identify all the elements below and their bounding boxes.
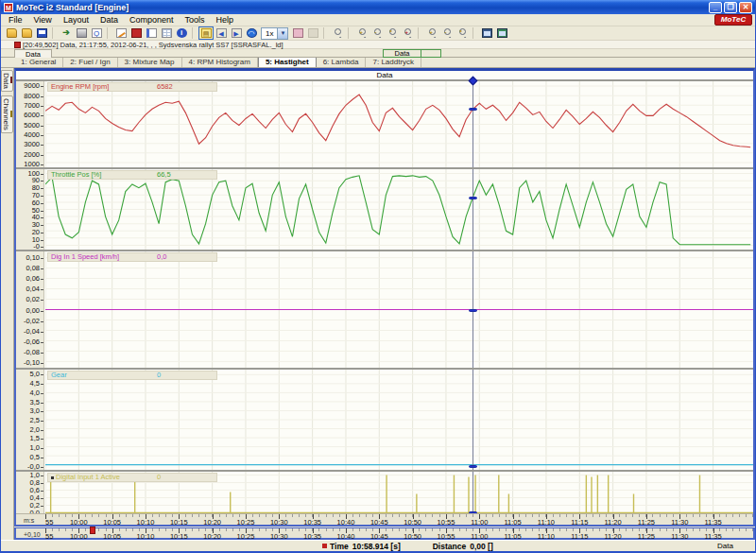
zoom-cursor-in-icon[interactable]: + <box>424 26 439 40</box>
menu-file[interactable]: File <box>3 15 28 25</box>
worksheet-icon[interactable] <box>144 26 159 40</box>
file-bar[interactable]: [20:49,502] Data, 21:17:55, 2012-06-21, … <box>1 41 755 49</box>
channel-name: Gear <box>51 372 67 379</box>
full-screen-icon-glyph <box>482 28 492 38</box>
video-screen-icon[interactable] <box>494 26 509 40</box>
zoom-cursor-full-icon[interactable]: * <box>455 26 470 40</box>
zoom-cursor-out-icon[interactable]: - <box>439 26 455 40</box>
close-button[interactable]: ✕ <box>739 2 752 13</box>
channel-strip-1[interactable]: Engine RPM [rpm]6582 <box>47 82 217 92</box>
mag-badge: + <box>429 28 433 37</box>
channel-strip-2[interactable]: Throttle Pos [%]66,5 <box>47 170 217 180</box>
y-axis-4: 5,04,54,03,53,02,52,01,51,00,5-0,0 <box>16 370 44 470</box>
values-table-icon[interactable] <box>159 26 174 40</box>
chart-column: Data 90008000700060005000400030002000100… <box>14 68 755 540</box>
graph-component[interactable]: Data 90008000700060005000400030002000100… <box>14 68 755 527</box>
zoom-red-icon-glyph: + <box>403 28 413 38</box>
print-icon[interactable] <box>74 26 89 40</box>
tab-3[interactable]: 3: Mixture Map <box>118 57 182 67</box>
edit-properties-icon[interactable] <box>113 26 129 40</box>
time-tick-label: 55 <box>45 518 53 527</box>
time-bar-component[interactable]: +0,10 5510:0010:0510:1010:1510:2010:2510… <box>14 527 755 540</box>
tab-2[interactable]: 2: Fuel / Ign <box>63 57 117 67</box>
web-icon[interactable]: ◠ <box>244 26 259 40</box>
zoom-in-time-icon[interactable]: + <box>354 26 369 40</box>
save-icon[interactable] <box>34 26 49 40</box>
prev-section-icon-glyph: ◀ <box>216 28 227 38</box>
zoom-out-time-icon-glyph: - <box>372 28 383 38</box>
tick-label: -0,04 <box>24 328 40 336</box>
minimize-button[interactable]: _ <box>709 2 722 13</box>
channel-strip-3[interactable]: Dig In 1 Speed [km/h]0,0 <box>47 252 217 262</box>
prev-section-icon[interactable]: ◀ <box>214 26 229 40</box>
tab-6[interactable]: 6: Lambda <box>317 57 367 67</box>
add-comment-icon[interactable]: ▤ <box>198 26 214 40</box>
time-cursor[interactable] <box>472 472 473 516</box>
tick-mark <box>41 467 43 468</box>
open-folder-icon-glyph <box>22 28 32 38</box>
lap-marker-icon <box>90 527 95 534</box>
mag-badge: * <box>389 28 391 37</box>
zoom-cursor-out-icon-glyph: - <box>442 28 453 38</box>
tick-label: -0,08 <box>24 349 40 356</box>
y-axis-3: 0,100,080,060,040,020,00-0,02-0,04-0,06-… <box>16 251 44 368</box>
open-file-icon[interactable] <box>4 26 19 40</box>
zoom-out-icon[interactable] <box>330 26 345 40</box>
zoom-out-time-icon[interactable]: - <box>369 26 385 40</box>
sep4 <box>323 27 328 39</box>
open-folder-icon[interactable] <box>19 26 34 40</box>
time-tick-label: 11:15 <box>571 518 588 527</box>
tick-mark <box>41 258 43 259</box>
tab-7[interactable]: 7: Laddtryck <box>366 57 421 67</box>
tick-mark <box>41 403 43 404</box>
workbook-selector[interactable]: Data <box>383 49 441 58</box>
disabled-slot[interactable] <box>305 26 320 40</box>
workbook-tab-data[interactable]: Data <box>14 49 52 58</box>
menu-bar: FileViewLayoutDataComponentToolsHelp MoT… <box>1 14 755 26</box>
menu-component[interactable]: Component <box>124 15 180 25</box>
workbook-icon[interactable] <box>129 26 144 40</box>
channel-strip-5[interactable]: Digital Input 1 Active0 <box>47 473 217 482</box>
print-preview-icon-glyph: Q <box>92 28 102 38</box>
mag-badge: - <box>444 28 446 37</box>
sidebar-tab-data[interactable]: Data <box>1 70 13 92</box>
time-cursor[interactable] <box>472 81 473 167</box>
tick-mark <box>41 126 43 127</box>
next-section-icon[interactable]: ▶ <box>229 26 244 40</box>
menu-help[interactable]: Help <box>210 15 239 25</box>
tick-mark <box>41 448 43 449</box>
tick-label: 3,5 <box>30 399 40 406</box>
channel-strip-4[interactable]: Gear0 <box>47 371 217 380</box>
zoom-level-select[interactable]: 1x▼ <box>261 27 288 40</box>
graph-panels: 900080007000600050004000300020001000Engi… <box>16 81 753 513</box>
zoom-red-icon[interactable]: + <box>400 26 415 40</box>
zoom-full-icon[interactable]: * <box>385 26 400 40</box>
export-arrow-icon[interactable]: ➔ <box>59 26 74 40</box>
time-tick-label: 10:25 <box>237 518 255 527</box>
tick-mark <box>41 475 43 476</box>
full-screen-icon[interactable] <box>479 26 494 40</box>
time-cursor[interactable] <box>472 370 473 470</box>
print-preview-icon[interactable]: Q <box>89 26 104 40</box>
chevron-down-icon[interactable]: ▼ <box>277 28 287 39</box>
time-tick-label: 10:30 <box>270 518 288 527</box>
distance-value: 0,00 [] <box>470 542 493 551</box>
tick-mark <box>41 289 43 290</box>
menu-data[interactable]: Data <box>94 15 124 25</box>
tab-4[interactable]: 4: RPM Histogram <box>182 57 258 67</box>
menu-tools[interactable]: Tools <box>179 15 210 25</box>
info-icon[interactable]: i <box>174 26 189 40</box>
restore-button[interactable]: ❐ <box>724 2 737 13</box>
transform-icon[interactable] <box>290 26 305 40</box>
zoom-in-time-icon-glyph: + <box>357 28 368 38</box>
time-tick-label: 11:20 <box>605 518 622 527</box>
sidebar-tab-channels[interactable]: Channels <box>1 95 13 133</box>
tick-mark <box>41 498 43 499</box>
workbook-selector-cell <box>421 50 440 57</box>
time-cursor[interactable] <box>472 169 473 250</box>
zoom-level-value: 1x <box>262 29 277 38</box>
menu-view[interactable]: View <box>28 15 58 25</box>
menu-layout[interactable]: Layout <box>58 15 94 25</box>
tick-label: 1,0 <box>30 444 40 452</box>
values-table-icon-glyph <box>162 28 172 38</box>
